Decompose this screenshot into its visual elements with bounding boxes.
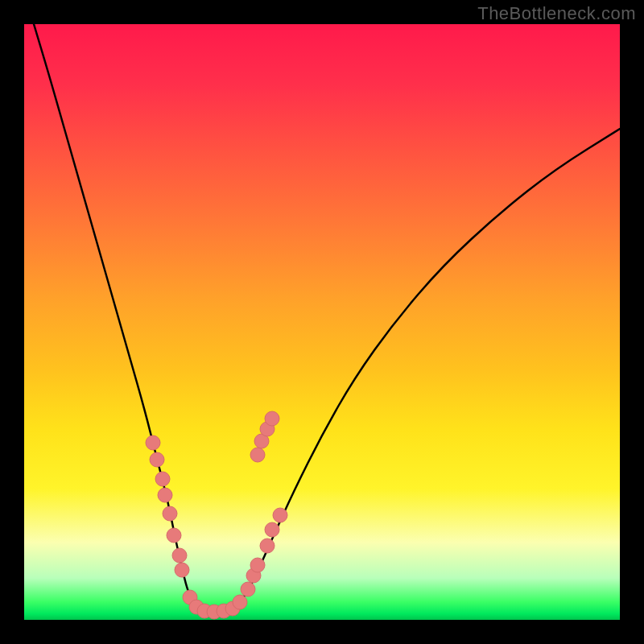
data-point (265, 411, 279, 426)
data-point (175, 563, 189, 577)
data-point (233, 595, 247, 609)
curve-paths (34, 24, 620, 612)
curve-svg (24, 24, 620, 620)
data-point (250, 448, 265, 462)
chart-frame: TheBottleneck.com (0, 0, 644, 644)
data-point (241, 582, 255, 597)
data-point (172, 548, 187, 563)
curve-right-arm (233, 129, 620, 609)
curve-left-arm (34, 24, 201, 610)
data-point (146, 436, 160, 450)
data-point (150, 452, 164, 467)
data-point (158, 488, 172, 502)
watermark-text: TheBottleneck.com (477, 3, 636, 24)
data-point (155, 472, 170, 486)
plot-area (24, 24, 620, 620)
data-point (273, 508, 287, 522)
data-points (146, 411, 287, 619)
data-point (260, 539, 275, 553)
data-point (163, 506, 177, 521)
data-point (265, 522, 279, 537)
data-point (250, 558, 265, 572)
data-point (167, 528, 181, 543)
